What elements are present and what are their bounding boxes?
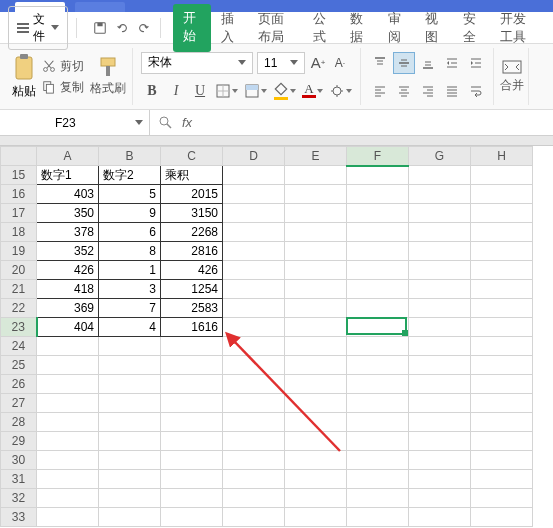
cell-C31[interactable]	[161, 470, 223, 489]
cell-G29[interactable]	[409, 432, 471, 451]
col-header-B[interactable]: B	[99, 147, 161, 166]
cell-D19[interactable]	[223, 242, 285, 261]
cell-E27[interactable]	[285, 394, 347, 413]
col-header-C[interactable]: C	[161, 147, 223, 166]
cell-G33[interactable]	[409, 508, 471, 527]
cell-A24[interactable]	[37, 337, 99, 356]
col-header-D[interactable]: D	[223, 147, 285, 166]
align-middle-button[interactable]	[393, 52, 415, 74]
cell-A19[interactable]: 352	[37, 242, 99, 261]
cell-H26[interactable]	[471, 375, 533, 394]
align-top-button[interactable]	[369, 52, 391, 74]
cell-E16[interactable]	[285, 185, 347, 204]
cell-F32[interactable]	[347, 489, 409, 508]
cell-A21[interactable]: 418	[37, 280, 99, 299]
cell-F15[interactable]	[347, 166, 409, 185]
cell-B16[interactable]: 5	[99, 185, 161, 204]
cell-C28[interactable]	[161, 413, 223, 432]
row-header-27[interactable]: 27	[1, 394, 37, 413]
format-painter-button[interactable]: 格式刷	[90, 56, 126, 97]
cell-A23[interactable]: 404	[37, 318, 99, 337]
cell-B18[interactable]: 6	[99, 223, 161, 242]
cell-E21[interactable]	[285, 280, 347, 299]
cell-G21[interactable]	[409, 280, 471, 299]
cell-B28[interactable]	[99, 413, 161, 432]
cell-D29[interactable]	[223, 432, 285, 451]
tab-start[interactable]: 开始	[173, 4, 210, 52]
cell-F19[interactable]	[347, 242, 409, 261]
cell-G15[interactable]	[409, 166, 471, 185]
cell-E31[interactable]	[285, 470, 347, 489]
merge-button[interactable]: 合并	[500, 59, 524, 94]
cell-A20[interactable]: 426	[37, 261, 99, 280]
save-icon[interactable]	[92, 20, 108, 36]
align-right-button[interactable]	[417, 80, 439, 102]
cell-C20[interactable]: 426	[161, 261, 223, 280]
cell-H20[interactable]	[471, 261, 533, 280]
cell-D31[interactable]	[223, 470, 285, 489]
cell-G19[interactable]	[409, 242, 471, 261]
cell-H31[interactable]	[471, 470, 533, 489]
cell-G20[interactable]	[409, 261, 471, 280]
cell-C19[interactable]: 2816	[161, 242, 223, 261]
cell-F18[interactable]	[347, 223, 409, 242]
cell-F27[interactable]	[347, 394, 409, 413]
tab-review[interactable]: 审阅	[378, 4, 415, 52]
cell-C27[interactable]	[161, 394, 223, 413]
cell-C26[interactable]	[161, 375, 223, 394]
cell-B24[interactable]	[99, 337, 161, 356]
cell-G27[interactable]	[409, 394, 471, 413]
cell-G16[interactable]	[409, 185, 471, 204]
cell-C30[interactable]	[161, 451, 223, 470]
underline-button[interactable]: U	[189, 80, 211, 102]
cell-E20[interactable]	[285, 261, 347, 280]
cell-D28[interactable]	[223, 413, 285, 432]
cell-G25[interactable]	[409, 356, 471, 375]
cell-B29[interactable]	[99, 432, 161, 451]
cell-F28[interactable]	[347, 413, 409, 432]
cell-B20[interactable]: 1	[99, 261, 161, 280]
row-header-15[interactable]: 15	[1, 166, 37, 185]
cell-D21[interactable]	[223, 280, 285, 299]
cell-B17[interactable]: 9	[99, 204, 161, 223]
wrap-text-button[interactable]	[465, 80, 487, 102]
row-header-31[interactable]: 31	[1, 470, 37, 489]
cell-B26[interactable]	[99, 375, 161, 394]
col-header-F[interactable]: F	[347, 147, 409, 166]
cell-F31[interactable]	[347, 470, 409, 489]
cell-F29[interactable]	[347, 432, 409, 451]
cell-H33[interactable]	[471, 508, 533, 527]
row-header-16[interactable]: 16	[1, 185, 37, 204]
row-header-24[interactable]: 24	[1, 337, 37, 356]
align-left-button[interactable]	[369, 80, 391, 102]
cell-B19[interactable]: 8	[99, 242, 161, 261]
cell-A31[interactable]	[37, 470, 99, 489]
cell-E22[interactable]	[285, 299, 347, 318]
cell-E26[interactable]	[285, 375, 347, 394]
cell-G28[interactable]	[409, 413, 471, 432]
paste-button[interactable]: 粘贴	[12, 53, 36, 100]
cell-G30[interactable]	[409, 451, 471, 470]
font-color-button[interactable]: A	[300, 83, 325, 98]
cell-D24[interactable]	[223, 337, 285, 356]
cell-H16[interactable]	[471, 185, 533, 204]
cell-H23[interactable]	[471, 318, 533, 337]
row-header-23[interactable]: 23	[1, 318, 37, 337]
border-button[interactable]	[213, 83, 240, 99]
cell-H21[interactable]	[471, 280, 533, 299]
cell-C24[interactable]	[161, 337, 223, 356]
col-header-G[interactable]: G	[409, 147, 471, 166]
cell-E18[interactable]	[285, 223, 347, 242]
cell-G31[interactable]	[409, 470, 471, 489]
cell-C16[interactable]: 2015	[161, 185, 223, 204]
cell-G24[interactable]	[409, 337, 471, 356]
tab-security[interactable]: 安全	[453, 4, 490, 52]
cell-A30[interactable]	[37, 451, 99, 470]
cut-button[interactable]: 剪切	[42, 58, 84, 75]
cell-F20[interactable]	[347, 261, 409, 280]
cell-B33[interactable]	[99, 508, 161, 527]
cell-E30[interactable]	[285, 451, 347, 470]
cell-A28[interactable]	[37, 413, 99, 432]
cell-E17[interactable]	[285, 204, 347, 223]
cell-D23[interactable]	[223, 318, 285, 337]
